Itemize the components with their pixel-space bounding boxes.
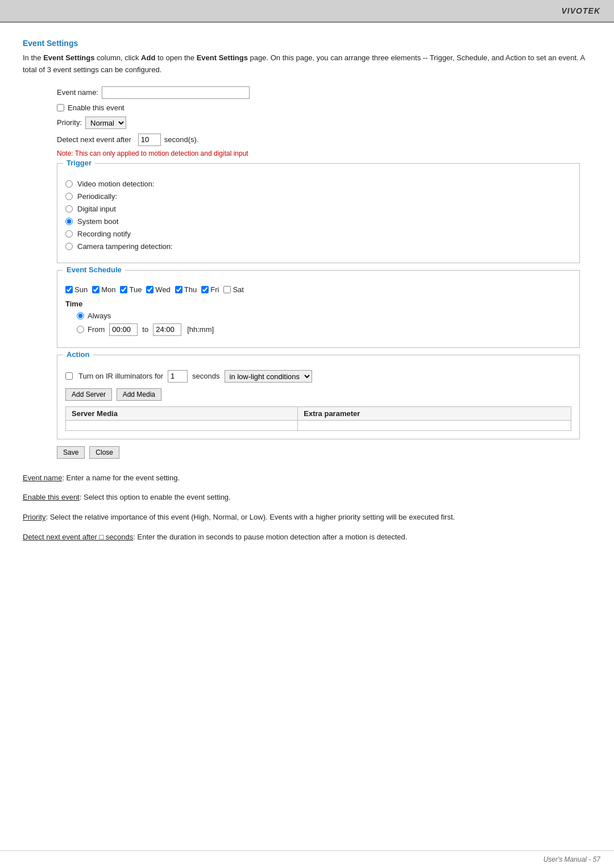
add-media-button[interactable]: Add Media: [117, 388, 161, 401]
ir-value-input[interactable]: [168, 370, 188, 383]
col-server-media: Server Media: [66, 406, 298, 420]
trigger-label-0: Video motion detection:: [77, 180, 155, 188]
trigger-option-4: Recording notify: [65, 230, 571, 238]
trigger-radio-2[interactable]: [65, 205, 73, 213]
day-mon: Mon: [92, 285, 115, 294]
day-wed: Wed: [146, 285, 171, 294]
day-tue: Tue: [120, 285, 142, 294]
time-label: Time: [65, 300, 571, 308]
desc-event-name-term: Event name: [23, 474, 62, 482]
day-thu-checkbox[interactable]: [175, 286, 182, 293]
trigger-option-0: Video motion detection:: [65, 180, 571, 188]
time-section: Time Always From to: [65, 300, 571, 336]
add-server-button[interactable]: Add Server: [65, 388, 112, 401]
desc-priority: Priority: Select the relative importance…: [23, 512, 591, 524]
event-name-label: Event name:: [57, 88, 98, 97]
trigger-box: Trigger Video motion detection: Periodic…: [57, 163, 580, 263]
day-sat-checkbox[interactable]: [223, 286, 231, 293]
from-label: From: [88, 325, 105, 334]
enable-event-checkbox[interactable]: [57, 104, 64, 111]
content-area: Event Settings In the Event Settings col…: [0, 23, 614, 850]
trigger-options: Video motion detection: Periodically: Di…: [65, 171, 571, 251]
close-button[interactable]: Close: [89, 446, 119, 459]
day-wed-checkbox[interactable]: [146, 286, 154, 293]
brand-logo: VIVOTEK: [562, 6, 600, 15]
action-box: Action Turn on IR illuminators for secon…: [57, 355, 580, 439]
ir-condition-select[interactable]: in low-light conditions always: [225, 370, 312, 383]
trigger-label-5: Camera tampering detection:: [77, 242, 173, 251]
desc-enable-event: Enable this event: Select this option to…: [23, 492, 591, 504]
trigger-radio-4[interactable]: [65, 230, 73, 238]
day-thu-label: Thu: [184, 285, 197, 294]
trigger-label-2: Digital input: [77, 205, 116, 213]
ir-row: Turn on IR illuminators for seconds in l…: [65, 370, 571, 383]
desc-priority-term: Priority: [23, 513, 45, 521]
desc-enable-term: Enable this event: [23, 493, 80, 501]
day-fri-label: Fri: [210, 285, 219, 294]
trigger-radio-1[interactable]: [65, 193, 73, 200]
trigger-radio-3[interactable]: [65, 218, 73, 225]
add-buttons-row: Add Server Add Media: [65, 388, 571, 401]
trigger-option-2: Digital input: [65, 205, 571, 213]
action-content: Turn on IR illuminators for seconds in l…: [65, 362, 571, 431]
table-empty-row: [66, 420, 571, 430]
event-schedule-title: Event Schedule: [63, 265, 125, 274]
detect-input[interactable]: 10: [138, 134, 161, 146]
section-title: Event Settings: [23, 39, 591, 48]
footer-text: User's Manual - 57: [544, 855, 600, 863]
day-sun-checkbox[interactable]: [65, 286, 73, 293]
from-row: From to [hh:mm]: [65, 323, 571, 336]
from-radio[interactable]: [77, 326, 84, 333]
trigger-label-4: Recording notify: [77, 230, 131, 238]
day-tue-label: Tue: [129, 285, 142, 294]
desc-detect-text: Enter the duration in seconds to pause m…: [138, 533, 408, 541]
ir-checkbox[interactable]: [65, 372, 73, 380]
day-thu: Thu: [175, 285, 197, 294]
trigger-radio-0[interactable]: [65, 180, 73, 188]
priority-row: Priority: Normal High Low: [57, 117, 580, 129]
day-fri-checkbox[interactable]: [201, 286, 209, 293]
footer: User's Manual - 57: [0, 850, 614, 868]
action-title: Action: [63, 350, 93, 359]
always-radio[interactable]: [77, 312, 84, 319]
to-label: to: [142, 325, 148, 334]
desc-detect: Detect next event after □ seconds: Enter…: [23, 531, 591, 543]
day-sun: Sun: [65, 285, 88, 294]
day-tue-checkbox[interactable]: [120, 286, 127, 293]
day-sat-label: Sat: [233, 285, 244, 294]
ir-label-before: Turn on IR illuminators for: [78, 372, 163, 380]
event-schedule-box: Event Schedule Sun Mon: [57, 270, 580, 348]
desc-enable-text: Select this option to enable the event s…: [84, 493, 231, 501]
server-media-table: Server Media Extra parameter: [65, 406, 571, 431]
trigger-option-1: Periodically:: [65, 192, 571, 201]
day-wed-label: Wed: [155, 285, 171, 294]
trigger-option-5: Camera tampering detection:: [65, 242, 571, 251]
descriptions-section: Event name: Enter a name for the event s…: [23, 472, 591, 543]
day-mon-checkbox[interactable]: [92, 286, 99, 293]
priority-select[interactable]: Normal High Low: [85, 117, 126, 129]
form-panel: Event name: Enable this event Priority: …: [57, 86, 580, 459]
event-name-input[interactable]: [102, 86, 250, 99]
from-time-input[interactable]: [109, 323, 138, 336]
save-close-row: Save Close: [57, 446, 580, 459]
trigger-option-3: System boot: [65, 217, 571, 226]
hhmm-label: [hh:mm]: [187, 325, 214, 334]
day-mon-label: Mon: [101, 285, 115, 294]
day-sat: Sat: [223, 285, 244, 294]
trigger-title: Trigger: [63, 159, 95, 167]
desc-detect-term: Detect next event after □ seconds: [23, 533, 133, 541]
always-row: Always: [65, 312, 571, 320]
detect-label: Detect next event after: [57, 135, 131, 144]
save-button[interactable]: Save: [57, 446, 85, 459]
trigger-label-3: System boot: [77, 217, 118, 226]
always-label: Always: [88, 312, 111, 320]
col-extra-param: Extra parameter: [298, 406, 571, 420]
desc-priority-text: Select the relative importance of this e…: [50, 513, 455, 521]
desc-event-name-text: Enter a name for the event setting.: [67, 474, 180, 482]
trigger-radio-5[interactable]: [65, 243, 73, 250]
day-sun-label: Sun: [74, 285, 88, 294]
priority-label: Priority:: [57, 118, 82, 127]
detect-row: Detect next event after 10 second(s).: [57, 134, 580, 146]
to-time-input[interactable]: [153, 323, 181, 336]
days-row: Sun Mon Tue Wed: [65, 285, 571, 294]
